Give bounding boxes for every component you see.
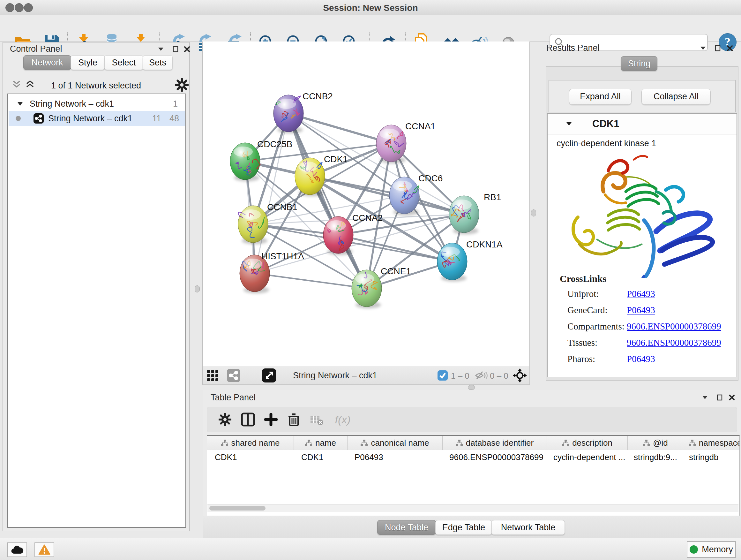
crosslink-value-link[interactable]: P06493: [627, 354, 655, 364]
scrollbar-thumb[interactable]: [209, 506, 266, 510]
gene-description: cyclin-dependent kinase 1: [556, 138, 656, 148]
table-cell: stringdb: [681, 450, 740, 464]
tab-style[interactable]: Style: [71, 55, 105, 70]
table-panel-close-button[interactable]: [726, 393, 737, 401]
selected-checkbox[interactable]: [437, 369, 448, 382]
table-cell: stringdb:9...: [626, 450, 681, 464]
warning-status-button[interactable]: [35, 543, 54, 557]
table-panel-title: Table Panel: [211, 393, 256, 402]
chevron-down-icon: [158, 47, 164, 51]
memory-label: Memory: [702, 545, 733, 555]
float-window-icon: [173, 46, 179, 52]
float-window-icon: [717, 394, 723, 401]
column-header[interactable]: shared name: [207, 436, 294, 450]
float-window-icon: [715, 45, 721, 51]
gene-symbol: CDK1: [592, 118, 619, 130]
tab-string[interactable]: String: [621, 56, 657, 71]
table-settings-button[interactable]: [213, 410, 237, 429]
network-options-gear-button[interactable]: [175, 78, 189, 91]
network-canvas[interactable]: CCNB2CCNA1CDC25BCDK1CDC6RB1CCNB1CCNA2CDK…: [202, 42, 530, 366]
edge-count: 48: [170, 114, 179, 124]
tab-select[interactable]: Select: [105, 55, 143, 70]
tab-edge-table[interactable]: Edge Table: [435, 520, 492, 535]
memory-button[interactable]: Memory: [687, 541, 736, 558]
close-icon: [729, 394, 735, 401]
pan-tool-button[interactable]: [513, 369, 527, 382]
network-collection-row[interactable]: String Network – cdk1 1: [9, 96, 185, 111]
gene-section: CDK1 cyclin-dependent kinase 1: [547, 113, 737, 377]
right-splitter-handle[interactable]: [531, 209, 536, 216]
table-cell: 9606.ENSP00000378699: [442, 450, 546, 464]
network-row[interactable]: String Network – cdk1 11 48: [9, 111, 185, 126]
control-panel-float-button[interactable]: [170, 45, 181, 53]
svg-text:CCNA2: CCNA2: [352, 213, 383, 223]
trash-icon: [287, 413, 300, 427]
network-footer-bar: String Network – cdk1 1 – 0 0 – 0: [202, 366, 530, 385]
tab-network-table[interactable]: Network Table: [491, 520, 565, 535]
expand-all-button[interactable]: Expand All: [569, 89, 631, 105]
control-panel: Control Panel Network Style Select Sets …: [3, 42, 190, 531]
hidden-toggle-button[interactable]: [475, 369, 488, 382]
collection-label: String Network – cdk1: [30, 99, 114, 109]
table-toolbar: f(x): [207, 407, 737, 432]
protein-structure-image: [560, 153, 726, 278]
string-network-icon: [33, 113, 44, 124]
collapse-all-button[interactable]: Collapse All: [642, 89, 711, 105]
column-header[interactable]: name: [294, 436, 347, 450]
column-header[interactable]: database identifier: [443, 436, 547, 450]
memory-status-dot: [690, 545, 698, 554]
bottom-splitter-handle[interactable]: [468, 385, 475, 390]
collapse-triangle-icon[interactable]: [566, 122, 572, 126]
footer-separator: [472, 368, 472, 382]
results-panel-title: Results Panel: [546, 43, 600, 53]
column-header[interactable]: namespace: [683, 436, 740, 450]
table-cell: P06493: [347, 450, 442, 464]
crosslink-label: GeneCard:: [567, 305, 608, 315]
tab-node-table[interactable]: Node Table: [377, 520, 436, 535]
results-panel-menu-button[interactable]: [697, 44, 709, 52]
tree-expand-icon: [17, 102, 23, 106]
svg-text:CDK1: CDK1: [324, 154, 348, 164]
left-splitter-handle[interactable]: [195, 286, 200, 293]
close-icon: [184, 46, 190, 52]
crosslink-value-link[interactable]: 9606.ENSP00000378699: [627, 337, 721, 348]
crosslink-value-link[interactable]: P06493: [627, 305, 655, 315]
network-footer-title: String Network – cdk1: [293, 371, 377, 381]
table-panel-float-button[interactable]: [714, 393, 725, 401]
column-header[interactable]: canonical name: [347, 436, 443, 450]
hidden-eye-icon: [475, 370, 488, 381]
add-column-button[interactable]: [259, 410, 282, 429]
crosslink-label: Uniprot:: [567, 289, 599, 299]
column-header[interactable]: @id: [628, 436, 683, 450]
gene-header-row[interactable]: CDK1: [548, 114, 737, 134]
column-header[interactable]: description: [547, 436, 628, 450]
tab-sets[interactable]: Sets: [143, 55, 173, 70]
table-panel: Table Panel: [203, 390, 741, 538]
crosslink-value-link[interactable]: P06493: [627, 289, 655, 299]
cloud-icon: [11, 545, 23, 554]
results-panel: Results Panel String Expand All Collapse…: [542, 42, 741, 385]
network-share-button[interactable]: [227, 369, 240, 382]
svg-text:CCNB1: CCNB1: [267, 202, 297, 212]
warning-icon: [38, 544, 51, 555]
birds-eye-icon: [262, 368, 276, 382]
results-panel-float-button[interactable]: [712, 44, 723, 52]
table-row[interactable]: CDK1CDK1P064939606.ENSP00000378699cyclin…: [207, 450, 739, 464]
table-cell: cyclin-dependent ...: [546, 450, 626, 464]
crosslink-value-link[interactable]: 9606.ENSP00000378699: [627, 321, 721, 332]
svg-text:RB1: RB1: [484, 192, 501, 202]
grid-view-button[interactable]: [207, 369, 219, 382]
table-horizontal-scrollbar: [207, 504, 738, 512]
table-panel-menu-button[interactable]: [699, 393, 711, 401]
birds-eye-view-button[interactable]: [262, 369, 276, 382]
show-columns-button[interactable]: [237, 410, 259, 429]
control-panel-close-button[interactable]: [182, 45, 192, 53]
results-panel-close-button[interactable]: [724, 44, 735, 52]
delete-column-button[interactable]: [282, 410, 306, 429]
network-graph[interactable]: CCNB2CCNA1CDC25BCDK1CDC6RB1CCNB1CCNA2CDK…: [203, 42, 529, 366]
control-panel-menu-button[interactable]: [155, 45, 166, 53]
crosshair-move-icon: [513, 368, 527, 382]
cloud-status-button[interactable]: [7, 543, 27, 557]
tab-network[interactable]: Network: [23, 55, 71, 70]
crosslink-row: Pharos: P06493: [548, 354, 737, 370]
